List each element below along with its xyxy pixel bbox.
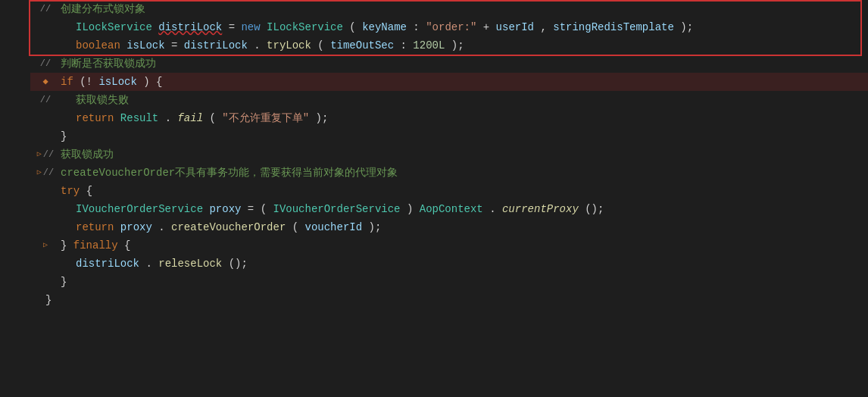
token-plain: ); — [451, 39, 464, 52]
token-plain: { — [124, 239, 130, 252]
token-method: currentProxy — [502, 203, 579, 215]
line-content: if (! isLock ) { — [30, 73, 868, 91]
code-line: try { — [30, 182, 868, 200]
token-var: distriLock — [76, 258, 139, 270]
token-plain: ( — [292, 221, 298, 233]
code-line: // 获取锁失败 — [30, 91, 868, 109]
line-content: } finally { — [30, 236, 868, 255]
code-line: } — [30, 273, 868, 291]
token-kw: boolean — [76, 39, 120, 52]
token-plain: ); — [680, 21, 693, 33]
line-gutter: ▷ // — [30, 145, 61, 164]
token-param: keyName — [362, 21, 407, 33]
token-plain: , — [540, 21, 553, 33]
code-line: ▷ } finally { — [30, 236, 868, 255]
comment-slash: // — [43, 145, 54, 164]
line-content: return proxy . createVoucherOrder ( vouc… — [30, 218, 868, 236]
token-plain: = ( — [248, 203, 267, 215]
arrow-icon: ▷ — [37, 145, 42, 164]
line-content: IVoucherOrderService proxy = ( IVoucherO… — [30, 200, 868, 218]
token-param: timeOutSec — [330, 39, 394, 52]
token-plain: : — [413, 21, 426, 33]
token-var: proxy — [120, 221, 152, 233]
line-content: } — [30, 273, 868, 291]
token-var: isLock — [126, 39, 164, 52]
token-kw: finally — [73, 239, 118, 252]
token-plain: } — [61, 276, 67, 288]
token-plain: ) — [407, 203, 420, 215]
token-var: userId — [496, 21, 534, 33]
token-plain: : — [401, 39, 414, 52]
line-content: return Result . fail ( "不允许重复下单" ); — [30, 109, 868, 127]
arrow-icon: ▷ — [43, 236, 48, 255]
line-gutter: ◆ — [30, 73, 61, 91]
line-gutter: ▷ // — [30, 164, 61, 182]
line-content: try { — [30, 182, 868, 200]
token-plain: . — [254, 39, 260, 52]
code-line: boolean isLock = distriLock . tryLock ( … — [30, 36, 868, 55]
line-content: 获取锁失败 — [30, 91, 868, 109]
code-line: ◆ if (! isLock ) { — [30, 73, 868, 91]
token-kw: new — [241, 21, 260, 33]
token-plain: (); — [585, 203, 604, 215]
token-plain: ); — [316, 112, 329, 124]
line-content: createVoucherOrder不具有事务功能，需要获得当前对象的代理对象 — [30, 164, 868, 182]
token-var: distriLock — [158, 21, 222, 33]
line-content: boolean isLock = distriLock . tryLock ( … — [30, 36, 868, 55]
token-var: stringRedisTemplate — [553, 21, 674, 33]
comment-slash: // — [43, 164, 54, 182]
token-type: Result — [120, 112, 158, 124]
token-plain: { — [86, 185, 92, 197]
token-string: "不允许重复下单" — [222, 112, 309, 124]
code-line: ▷ // 获取锁成功 — [30, 145, 868, 164]
code-line: } — [30, 127, 868, 145]
token-plain: . — [158, 221, 164, 233]
token-kw: return — [76, 221, 114, 233]
token-plain: + — [483, 21, 496, 33]
token-method: tryLock — [267, 39, 311, 52]
arrow-icon: ▷ — [37, 164, 42, 182]
comment-text: 获取锁失败 — [76, 94, 129, 106]
token-plain: ); — [369, 221, 382, 233]
token-number: 1200L — [413, 39, 445, 52]
line-content: 判断是否获取锁成功 — [30, 55, 868, 73]
line-content: 获取锁成功 — [30, 145, 868, 164]
token-method: fail — [177, 112, 203, 124]
token-plain: = — [171, 39, 184, 52]
token-kw: if — [61, 76, 73, 88]
token-var: voucherId — [305, 221, 363, 233]
token-string: "order:" — [426, 21, 476, 33]
line-content: } — [30, 127, 868, 145]
token-plain: ( — [317, 39, 330, 52]
line-gutter: ▷ — [30, 236, 61, 255]
token-plain: } — [61, 239, 73, 252]
token-var: distriLock — [184, 39, 248, 52]
token-var: isLock — [98, 76, 136, 88]
token-var: proxy — [209, 203, 241, 215]
token-cast: IVoucherOrderService — [273, 203, 400, 215]
comment-slash: // — [40, 91, 51, 109]
code-line: // 创建分布式锁对象 — [30, 0, 868, 18]
token-kw: try — [61, 185, 80, 197]
code-editor: // 创建分布式锁对象 ILockService distriLock = ne… — [0, 0, 868, 397]
token-plain: (! — [80, 76, 92, 88]
code-line: ▷ // createVoucherOrder不具有事务功能，需要获得当前对象的… — [30, 164, 868, 182]
token-type: ILockService — [267, 21, 343, 33]
token-type: IVoucherOrderService — [76, 203, 203, 215]
comment-slash: // — [40, 55, 51, 73]
code-lines: // 创建分布式锁对象 ILockService distriLock = ne… — [0, 0, 868, 309]
comment-slash: // — [40, 0, 51, 18]
token-plain: (); — [229, 258, 248, 270]
token-plain: . — [489, 203, 495, 215]
line-content: ILockService distriLock = new ILockServi… — [30, 18, 868, 36]
line-gutter: // — [30, 91, 61, 109]
code-line: distriLock . releseLock (); — [30, 255, 868, 273]
breakpoint-icon: ◆ — [42, 73, 48, 91]
token-type: AopContext — [420, 203, 483, 215]
code-line: return Result . fail ( "不允许重复下单" ); — [30, 109, 868, 127]
token-plain: ( — [209, 112, 215, 124]
comment-text: 创建分布式锁对象 — [61, 3, 145, 15]
token-plain: } — [61, 130, 67, 142]
token-kw: return — [76, 112, 114, 124]
token-method: releseLock — [158, 258, 222, 270]
